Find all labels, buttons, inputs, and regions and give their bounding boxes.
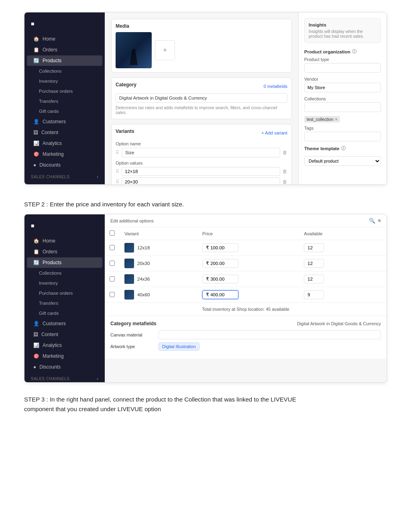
price-input[interactable] [202, 275, 238, 283]
sidebar-item-customers[interactable]: 👤 Customers [27, 116, 102, 127]
option-name-label: Option name [116, 141, 287, 146]
collections-input[interactable] [304, 102, 381, 112]
sidebar-item-products[interactable]: 🔄 Products [27, 55, 102, 66]
media-add-button[interactable]: + [155, 40, 175, 60]
sales-channels-expand-icon-2[interactable]: › [97, 377, 98, 381]
row-checkbox[interactable] [110, 292, 115, 297]
category-title: Category [116, 82, 136, 88]
variant-drag-handle: ⠿ [116, 169, 119, 174]
product-image[interactable] [116, 32, 152, 68]
step3-container: STEP 3 : In the right hand panel, connec… [24, 395, 387, 414]
add-variant-button[interactable]: + Add variant [261, 130, 287, 135]
sidebar-item-discounts[interactable]: ● Discounts [27, 160, 102, 170]
option-delete-icon[interactable]: 🗑 [283, 150, 287, 155]
variant-value-input[interactable] [122, 167, 280, 176]
theme-template-select[interactable]: Default product [304, 156, 381, 166]
product-org-info-icon: ⓘ [352, 49, 356, 55]
canvas-input[interactable] [159, 330, 381, 339]
row-checkbox[interactable] [110, 245, 115, 250]
sidebar-item-gift-cards[interactable]: Gift cards [27, 106, 102, 116]
sidebar2-item-customers[interactable]: 👤 Customers [27, 318, 102, 329]
sidebar-item-analytics-label: Analytics [43, 141, 62, 146]
sidebar-item-analytics[interactable]: 📊 Analytics [27, 138, 102, 149]
row-variant-cell: 40x60 [120, 287, 197, 303]
products-icon: 🔄 [33, 58, 39, 63]
marketing-icon: 🎯 [33, 151, 39, 157]
row-checkbox[interactable] [110, 276, 115, 281]
sidebar2-item-collections[interactable]: Collections [27, 268, 102, 278]
sidebar2-item-inventory[interactable]: Inventory [27, 278, 102, 288]
sidebar-item-home[interactable]: 🏠 Home [27, 34, 102, 44]
table-row: 12x18 [105, 240, 387, 256]
sidebar2-item-orders[interactable]: 📋 Orders [27, 247, 102, 257]
sidebar2-item-content[interactable]: 🖼 Content [27, 329, 102, 340]
sidebar2-item-products[interactable]: 🔄 Products [27, 257, 102, 268]
artwork-value-chip[interactable]: Digital Illustration [159, 342, 199, 351]
category-section: Category 0 metafields Digital Artwork in… [111, 77, 292, 119]
tags-input[interactable] [304, 132, 381, 141]
row-checkbox[interactable] [110, 261, 115, 266]
sidebar-item-collections[interactable]: Collections [27, 66, 102, 76]
variant-name: 40x60 [137, 292, 150, 297]
available-input[interactable] [304, 275, 324, 283]
sidebar-item-customers-label: Customers [43, 119, 66, 124]
sales-channels-section: Sales channels › [24, 171, 105, 181]
sales-channels-expand-icon[interactable]: › [97, 175, 98, 179]
option-name-input[interactable] [122, 148, 280, 157]
sidebar-item-products-label: Products [43, 58, 61, 63]
price-input[interactable] [202, 243, 238, 252]
variant-value-input[interactable] [122, 177, 280, 184]
sidebar-item-marketing-label: Marketing [43, 151, 64, 157]
vendor-input[interactable] [304, 83, 381, 92]
row-price-cell [197, 287, 299, 303]
col-price-header: Price [197, 227, 299, 240]
orders-icon-2: 📋 [33, 249, 39, 255]
sidebar-item-online-store[interactable]: 🖥 Online Store [27, 181, 102, 185]
product-type-input[interactable] [304, 63, 381, 73]
col-variant-header: Variant [120, 227, 197, 240]
select-all-checkbox[interactable] [110, 230, 115, 236]
row-variant-cell: 24x36 [120, 271, 197, 287]
collection-tag-remove[interactable]: × [335, 117, 338, 122]
sidebar-item-transfers[interactable]: Transfers [27, 96, 102, 106]
sidebar2-item-transfers[interactable]: Transfers [27, 298, 102, 308]
sidebar-item-inventory[interactable]: Inventory [27, 76, 102, 86]
variants-tbody: 12x18 20x30 [105, 240, 387, 303]
available-input[interactable] [304, 259, 324, 268]
variants-title: Variants [116, 128, 134, 134]
filter-icon[interactable]: ≡ [378, 218, 381, 224]
available-input[interactable] [304, 290, 324, 299]
sidebar-item-marketing[interactable]: 🎯 Marketing [27, 149, 102, 159]
sidebar-item-gift-cards-label: Gift cards [39, 109, 59, 114]
variant-delete-icon[interactable]: 🗑 [283, 169, 287, 174]
sidebar2-item-discounts[interactable]: ● Discounts [27, 362, 102, 372]
content-icon-2: 🖼 [33, 332, 38, 337]
discounts-icon-2: ● [33, 364, 36, 370]
sidebar2-item-home[interactable]: 🏠 Home [27, 236, 102, 246]
sidebar2-item-purchase-orders[interactable]: Purchase orders [27, 288, 102, 298]
theme-template-title: Theme template ⓘ [304, 145, 346, 151]
price-input[interactable] [202, 259, 238, 268]
artwork-label: Artwork type [110, 344, 155, 349]
sidebar2-item-analytics[interactable]: 📊 Analytics [27, 340, 102, 351]
category-select[interactable]: Digital Artwork in Digital Goods & Curre… [116, 93, 287, 103]
sidebar2-item-marketing[interactable]: 🎯 Marketing [27, 351, 102, 361]
admin-window-1: ■ 🏠 Home 📋 Orders 🔄 Products Collections… [24, 12, 387, 185]
variant-value-row: ⠿ 🗑 [116, 177, 287, 184]
theme-template-row: Theme template ⓘ [304, 145, 381, 154]
sidebar-item-orders[interactable]: 📋 Orders [27, 45, 102, 55]
sidebar2-item-gift-cards[interactable]: Gift cards [27, 308, 102, 318]
edit-options-text: Edit additional options [110, 218, 154, 223]
sidebar-item-content[interactable]: 🖼 Content [27, 127, 102, 138]
sidebar-item-online-store-label: Online Store [41, 183, 68, 185]
sidebar-2: ■ 🏠 Home 📋 Orders 🔄 Products Collections… [24, 214, 105, 382]
search-icon[interactable]: 🔍 [369, 218, 375, 224]
sidebar-item-orders-label: Orders [43, 47, 57, 53]
sidebar-item-purchase-orders[interactable]: Purchase orders [27, 86, 102, 96]
available-input[interactable] [304, 243, 324, 252]
variant-delete-icon[interactable]: 🗑 [283, 179, 287, 184]
row-available-cell [299, 240, 365, 256]
metafields-link[interactable]: 0 metafields [264, 84, 287, 89]
media-section: Media + [111, 19, 292, 73]
price-input[interactable] [202, 290, 238, 299]
